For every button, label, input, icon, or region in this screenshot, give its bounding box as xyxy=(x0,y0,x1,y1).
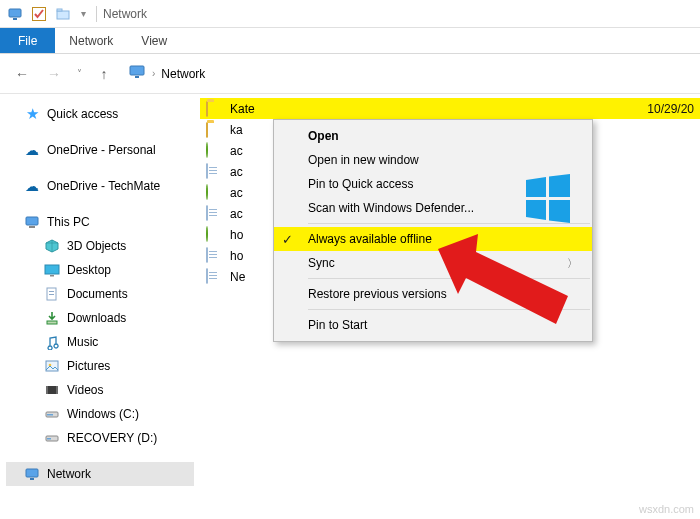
music-icon xyxy=(44,334,60,350)
svg-rect-5 xyxy=(130,66,144,75)
sidebar-item-documents[interactable]: Documents xyxy=(6,282,194,306)
nav-bar: ← → ˅ ↑ › Network xyxy=(0,54,700,94)
ctx-restore-previous[interactable]: Restore previous versions xyxy=(274,282,592,306)
download-icon xyxy=(44,310,60,326)
chevron-right-icon: › xyxy=(152,68,155,79)
svg-rect-0 xyxy=(9,9,21,17)
context-menu: Open Open in new window Pin to Quick acc… xyxy=(273,119,593,342)
qat-checked-icon[interactable] xyxy=(28,3,50,25)
document-icon xyxy=(206,206,222,222)
sidebar-item-label: This PC xyxy=(47,215,90,229)
sidebar-item-network[interactable]: Network xyxy=(6,462,194,486)
videos-icon xyxy=(44,382,60,398)
address-bar[interactable]: › Network xyxy=(122,61,211,86)
sidebar-item-label: OneDrive - TechMate xyxy=(47,179,160,193)
sidebar-item-onedrive-techmate[interactable]: ☁ OneDrive - TechMate xyxy=(6,174,194,198)
qat-dropdown-icon[interactable]: ▾ xyxy=(76,3,90,25)
ctx-always-available-offline[interactable]: ✓ Always available offline xyxy=(274,227,592,251)
folder-icon xyxy=(206,101,222,117)
separator xyxy=(308,278,590,279)
ctx-pin-start[interactable]: Pin to Start xyxy=(274,313,592,337)
svg-rect-15 xyxy=(46,361,58,371)
pc-icon xyxy=(24,214,40,230)
qat-network-icon[interactable] xyxy=(4,3,26,25)
list-item-selected[interactable]: Kate 10/29/20 xyxy=(200,98,700,119)
file-name: Kate xyxy=(230,102,639,116)
document-icon xyxy=(206,248,222,264)
document-icon xyxy=(206,164,222,180)
sidebar-item-label: RECOVERY (D:) xyxy=(67,431,157,445)
pictures-icon xyxy=(44,358,60,374)
svg-rect-18 xyxy=(46,386,48,394)
folder-icon xyxy=(206,122,222,138)
desktop-icon xyxy=(44,262,60,278)
chevron-right-icon: 〉 xyxy=(567,256,578,271)
tab-view[interactable]: View xyxy=(127,28,181,53)
sync-icon xyxy=(206,227,222,243)
sidebar-item-onedrive-personal[interactable]: ☁ OneDrive - Personal xyxy=(6,138,194,162)
separator xyxy=(96,6,97,22)
svg-rect-10 xyxy=(50,275,54,277)
network-icon xyxy=(128,63,146,84)
sidebar-item-3d-objects[interactable]: 3D Objects xyxy=(6,234,194,258)
sidebar-item-downloads[interactable]: Downloads xyxy=(6,306,194,330)
svg-rect-8 xyxy=(29,226,35,228)
sidebar-item-label: Documents xyxy=(67,287,128,301)
svg-rect-13 xyxy=(49,294,54,295)
sidebar-item-videos[interactable]: Videos xyxy=(6,378,194,402)
up-button[interactable]: ↑ xyxy=(90,60,118,88)
svg-marker-28 xyxy=(526,200,546,220)
check-icon: ✓ xyxy=(282,232,293,247)
file-date: 10/29/20 xyxy=(647,102,700,116)
sync-icon xyxy=(206,185,222,201)
sidebar-item-desktop[interactable]: Desktop xyxy=(6,258,194,282)
svg-rect-3 xyxy=(57,11,69,19)
sidebar-item-label: Music xyxy=(67,335,98,349)
sidebar-item-this-pc[interactable]: This PC xyxy=(6,210,194,234)
ctx-open[interactable]: Open xyxy=(274,124,592,148)
sidebar-item-label: 3D Objects xyxy=(67,239,126,253)
navigation-pane: ★ Quick access ☁ OneDrive - Personal ☁ O… xyxy=(0,94,200,519)
sidebar-item-label: Quick access xyxy=(47,107,118,121)
document-icon xyxy=(206,269,222,285)
sidebar-item-windows-c[interactable]: Windows (C:) xyxy=(6,402,194,426)
sidebar-item-pictures[interactable]: Pictures xyxy=(6,354,194,378)
svg-rect-14 xyxy=(47,321,57,324)
svg-rect-6 xyxy=(135,76,139,78)
svg-rect-25 xyxy=(30,478,34,480)
svg-rect-19 xyxy=(56,386,58,394)
drive-icon xyxy=(44,406,60,422)
qat-folder-icon[interactable] xyxy=(52,3,74,25)
network-icon xyxy=(24,466,40,482)
svg-rect-4 xyxy=(57,9,62,11)
sidebar-item-label: Network xyxy=(47,467,91,481)
forward-button[interactable]: → xyxy=(40,60,68,88)
ctx-sync[interactable]: Sync 〉 xyxy=(274,251,592,275)
quick-access-toolbar: ▾ xyxy=(4,3,90,25)
sidebar-item-music[interactable]: Music xyxy=(6,330,194,354)
sidebar-item-quick-access[interactable]: ★ Quick access xyxy=(6,102,194,126)
ctx-open-new-window[interactable]: Open in new window xyxy=(274,148,592,172)
svg-rect-9 xyxy=(45,265,59,274)
sidebar-item-label: Desktop xyxy=(67,263,111,277)
recent-dropdown[interactable]: ˅ xyxy=(72,60,86,88)
sidebar-item-label: OneDrive - Personal xyxy=(47,143,156,157)
svg-marker-26 xyxy=(526,177,546,197)
tab-network[interactable]: Network xyxy=(55,28,127,53)
sidebar-item-recovery-d[interactable]: RECOVERY (D:) xyxy=(6,426,194,450)
tab-file[interactable]: File xyxy=(0,28,55,53)
breadcrumb[interactable]: Network xyxy=(161,67,205,81)
watermark: wsxdn.com xyxy=(639,503,694,515)
svg-rect-24 xyxy=(26,469,38,477)
star-icon: ★ xyxy=(24,106,40,122)
svg-rect-23 xyxy=(47,438,51,440)
svg-rect-12 xyxy=(49,291,54,292)
sidebar-item-label: Pictures xyxy=(67,359,110,373)
sync-icon xyxy=(206,143,222,159)
sidebar-item-label: Downloads xyxy=(67,311,126,325)
back-button[interactable]: ← xyxy=(8,60,36,88)
cloud-icon: ☁ xyxy=(24,178,40,194)
drive-icon xyxy=(44,430,60,446)
cube-icon xyxy=(44,238,60,254)
svg-marker-29 xyxy=(549,200,570,223)
